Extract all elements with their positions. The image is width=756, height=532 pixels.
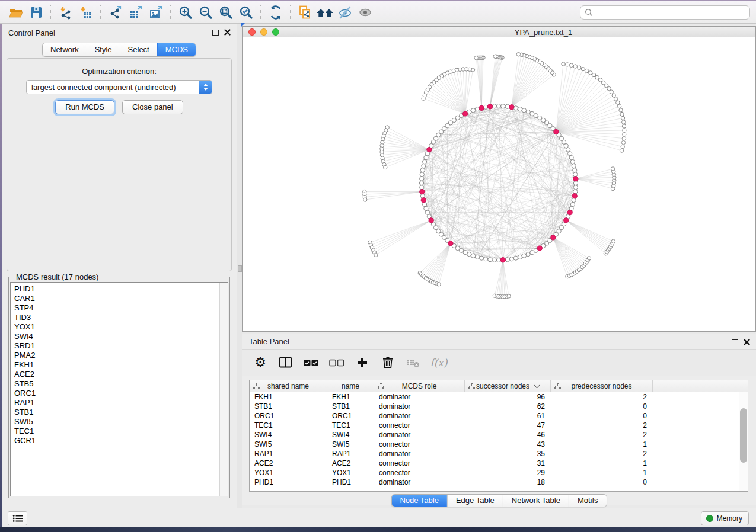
cell-predecessor-nodes: 2 bbox=[551, 449, 653, 459]
export-network-icon[interactable] bbox=[106, 4, 126, 21]
cell-MCDS-role: dominator bbox=[374, 477, 465, 487]
mcds-result-list[interactable]: PHD1CAR1STP4TID3YOX1SWI4SRD1PMA2FKH1ACE2… bbox=[10, 282, 228, 496]
run-mcds-button[interactable]: Run MCDS bbox=[55, 100, 114, 114]
table-row[interactable]: ORC1ORC1dominator610 bbox=[250, 411, 748, 421]
optimization-criterion-select[interactable]: largest connected component (undirected) bbox=[26, 80, 212, 94]
export-table-icon[interactable] bbox=[126, 4, 146, 21]
list-item[interactable]: STB1 bbox=[11, 408, 219, 417]
table-options-icon[interactable]: ⚙ bbox=[253, 354, 268, 371]
list-item[interactable]: TID3 bbox=[11, 313, 219, 322]
list-item[interactable]: SWI5 bbox=[11, 417, 219, 427]
zoom-selected-icon[interactable] bbox=[236, 4, 256, 21]
tab-network[interactable]: Network bbox=[43, 43, 87, 56]
table-row[interactable]: STB1STB1dominator620 bbox=[250, 402, 748, 411]
table-row[interactable]: SWI5SWI5connector431 bbox=[250, 440, 748, 449]
column-header-shared-name[interactable]: shared name bbox=[250, 380, 327, 392]
cell-predecessor-nodes: 1 bbox=[551, 459, 653, 468]
list-item[interactable]: RAP1 bbox=[11, 398, 219, 408]
cell-shared-name: YOX1 bbox=[250, 468, 327, 477]
list-item[interactable]: STP4 bbox=[11, 303, 219, 313]
list-item[interactable]: FKH1 bbox=[11, 360, 219, 370]
window-minimize-button[interactable] bbox=[260, 28, 267, 36]
table-scrollbar[interactable] bbox=[739, 392, 748, 491]
column-header-name[interactable]: name bbox=[327, 380, 374, 392]
list-item[interactable]: CAR1 bbox=[11, 294, 219, 303]
search-input[interactable] bbox=[596, 8, 745, 17]
add-column-icon[interactable] bbox=[355, 354, 370, 371]
list-item[interactable]: ORC1 bbox=[11, 389, 219, 398]
float-panel-icon[interactable] bbox=[212, 30, 219, 36]
zoom-out-icon[interactable] bbox=[196, 4, 216, 21]
float-panel-icon[interactable] bbox=[732, 339, 738, 345]
tab-style[interactable]: Style bbox=[87, 43, 120, 56]
network-canvas[interactable] bbox=[243, 37, 755, 331]
memory-button[interactable]: Memory bbox=[701, 511, 749, 525]
list-item[interactable]: SWI4 bbox=[11, 332, 219, 341]
save-session-icon[interactable] bbox=[26, 4, 46, 21]
table-row[interactable]: ACE2ACE2connector311 bbox=[250, 459, 748, 468]
export-image-icon[interactable] bbox=[146, 4, 166, 21]
toolbar-separator bbox=[290, 5, 291, 20]
select-all-icon[interactable] bbox=[304, 354, 319, 371]
control-panel: Control Panel NetworkStyleSelectMCDS Opt… bbox=[2, 24, 237, 508]
import-table-icon[interactable] bbox=[76, 4, 96, 21]
list-item[interactable]: PMA2 bbox=[11, 351, 219, 360]
list-item[interactable]: TEC1 bbox=[11, 427, 219, 436]
table-row[interactable]: SWI4SWI4dominator462 bbox=[250, 430, 748, 440]
table-row[interactable]: FKH1FKH1dominator962 bbox=[250, 392, 748, 402]
network-window-titlebar[interactable]: YPA_prune.txt_1 bbox=[243, 27, 755, 38]
tab-edge-table[interactable]: Edge Table bbox=[447, 495, 503, 507]
mcds-result-title: MCDS result (17 nodes) bbox=[14, 273, 101, 281]
import-network-icon[interactable] bbox=[56, 4, 76, 21]
list-item[interactable]: PHD1 bbox=[11, 284, 219, 294]
hide-selected-icon[interactable] bbox=[336, 4, 356, 21]
show-all-icon[interactable] bbox=[356, 4, 376, 21]
list-item[interactable]: SRD1 bbox=[11, 341, 219, 351]
toolbar-separator bbox=[100, 5, 101, 20]
zoom-fit-icon[interactable] bbox=[216, 4, 236, 21]
zoom-in-icon[interactable] bbox=[176, 4, 196, 21]
show-columns-icon[interactable] bbox=[278, 354, 294, 371]
tab-network-table[interactable]: Network Table bbox=[503, 495, 569, 507]
cell-name: SWI4 bbox=[327, 430, 374, 440]
table-row[interactable]: TEC1TEC1connector472 bbox=[250, 421, 748, 430]
delete-columns-icon[interactable] bbox=[380, 354, 395, 371]
function-builder-icon[interactable]: f(x) bbox=[431, 354, 446, 371]
window-zoom-button[interactable] bbox=[272, 28, 279, 36]
close-panel-icon[interactable] bbox=[744, 339, 750, 345]
table-row[interactable]: RAP1RAP1dominator352 bbox=[250, 449, 748, 459]
mcds-list-scrollbar[interactable] bbox=[219, 283, 228, 496]
first-neighbors-icon[interactable] bbox=[315, 4, 336, 21]
cell-shared-name: ACE2 bbox=[250, 459, 327, 468]
deselect-all-icon[interactable] bbox=[329, 354, 344, 371]
column-header-MCDS-role[interactable]: MCDS role bbox=[374, 380, 465, 392]
close-panel-icon[interactable] bbox=[224, 29, 231, 36]
cell-MCDS-role: dominator bbox=[374, 402, 465, 411]
close-panel-button[interactable]: Close panel bbox=[122, 100, 183, 114]
search-box[interactable] bbox=[580, 5, 750, 20]
table-row[interactable]: PHD1PHD1dominator180 bbox=[250, 477, 748, 487]
node-table[interactable]: shared namenameMCDS rolesuccessor nodesp… bbox=[249, 380, 748, 492]
list-item[interactable]: YOX1 bbox=[11, 322, 219, 332]
refresh-layout-icon[interactable] bbox=[266, 4, 286, 21]
list-item[interactable]: ACE2 bbox=[11, 370, 219, 379]
list-item[interactable]: STB5 bbox=[11, 379, 219, 389]
tab-motifs[interactable]: Motifs bbox=[569, 495, 607, 507]
list-item[interactable]: GCR1 bbox=[11, 436, 219, 446]
cell-MCDS-role: connector bbox=[374, 459, 465, 468]
cell-name: ACE2 bbox=[327, 459, 374, 468]
column-header-predecessor-nodes[interactable]: predecessor nodes bbox=[551, 380, 653, 392]
table-row[interactable]: YOX1YOX1connector291 bbox=[250, 468, 748, 477]
table-scrollbar-thumb[interactable] bbox=[740, 408, 747, 463]
duplicate-network-icon[interactable] bbox=[295, 4, 315, 21]
clear-table-icon[interactable] bbox=[406, 354, 421, 371]
window-close-button[interactable] bbox=[248, 28, 256, 36]
mcds-result-group: MCDS result (17 nodes) PHD1CAR1STP4TID3Y… bbox=[8, 277, 230, 498]
tab-mcds[interactable]: MCDS bbox=[157, 43, 196, 56]
open-file-icon[interactable] bbox=[6, 4, 26, 21]
divider-handle[interactable] bbox=[238, 265, 242, 272]
tab-select[interactable]: Select bbox=[120, 43, 157, 56]
tab-node-table[interactable]: Node Table bbox=[391, 495, 447, 507]
column-header-successor-nodes[interactable]: successor nodes bbox=[465, 380, 551, 392]
dev-panel-button[interactable] bbox=[8, 511, 27, 525]
